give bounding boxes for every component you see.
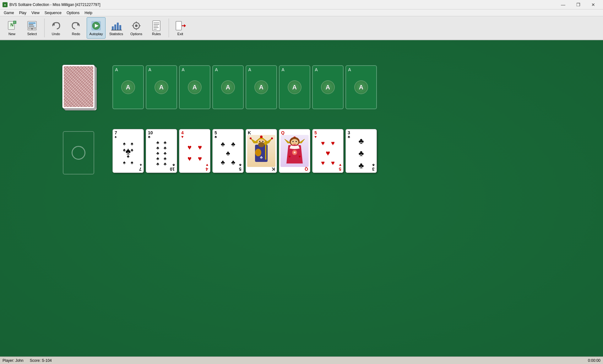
svg-point-39 [271, 137, 273, 139]
foundation-slot-8[interactable]: A A [345, 65, 377, 109]
svg-point-44 [258, 142, 264, 147]
foundation-circle-6: A [288, 80, 302, 94]
restore-button[interactable]: ❐ [571, 0, 585, 9]
svg-point-38 [250, 137, 252, 139]
empty-waste-pile[interactable] [63, 131, 94, 174]
svg-rect-31 [154, 26, 158, 26]
menu-help[interactable]: Help [82, 10, 95, 16]
title-bar: ♠ BVS Solitaire Collection - Miss Millig… [0, 0, 603, 9]
svg-rect-19 [117, 23, 119, 30]
toolbar-autoplay-button[interactable]: Autoplay [87, 17, 106, 39]
foundation-slot-1[interactable]: A A [112, 65, 144, 109]
menu-view[interactable]: View [29, 10, 42, 16]
svg-rect-18 [114, 24, 116, 30]
select-icon: ▼ [26, 20, 38, 31]
toolbar-select-button[interactable]: ▼ Select [23, 17, 41, 39]
svg-text:♣: ♣ [260, 155, 263, 160]
card-3-clubs[interactable]: 3 ♣ 3 ♣ ♣ ♣ ♣ [345, 129, 377, 173]
toolbar: N + New ▼ Select [0, 16, 603, 40]
menu-game[interactable]: Game [1, 10, 17, 16]
toolbar-redo-button[interactable]: Redo [67, 17, 85, 39]
status-score: Score: S-104 [30, 358, 52, 363]
minimize-button[interactable]: — [556, 0, 570, 9]
foundation-rank-8: A [348, 67, 351, 72]
card-queen-hearts[interactable]: Q ♥ Q ♥ [279, 129, 310, 173]
card-10-clubs[interactable]: 10 ♣ 10 ♣ ♣♣ ♣♣ ♣♣ ♣♣ ♣♣ [146, 129, 177, 173]
svg-rect-29 [154, 23, 159, 23]
toolbar-rules-button[interactable]: Rules [147, 17, 166, 39]
svg-rect-24 [136, 21, 137, 23]
foundation-slot-7[interactable]: A A [312, 65, 344, 109]
redo-icon [70, 20, 82, 31]
svg-point-52 [292, 141, 294, 142]
svg-rect-26 [132, 25, 134, 26]
toolbar-autoplay-label: Autoplay [90, 32, 103, 36]
svg-point-53 [296, 141, 297, 142]
empty-circle [72, 146, 85, 160]
toolbar-rules-label: Rules [152, 32, 161, 36]
foundation-rank-7: A [315, 67, 318, 72]
close-button[interactable]: ✕ [586, 0, 600, 9]
foundation-rank-4: A [215, 67, 218, 72]
new-icon: N + [6, 20, 18, 31]
status-left: Player: John Score: S-104 [3, 358, 52, 363]
svg-point-46 [264, 142, 267, 145]
foundation-slot-2[interactable]: A A [146, 65, 177, 109]
toolbar-exit-button[interactable]: Exit [171, 17, 190, 39]
card-7-spades[interactable]: 7 ♠ ♠ 7 ♠ ♠♠ ♠♠ ♠ ♠♠ [112, 129, 144, 173]
foundation-circle-7: A [321, 80, 335, 94]
card-5-hearts[interactable]: 5 ♥ 5 ♥ ♥♥ ♥ ♥♥ [312, 129, 344, 173]
svg-text:❀: ❀ [293, 151, 296, 154]
foundation-slot-6[interactable]: A A [279, 65, 310, 109]
svg-point-23 [135, 24, 138, 27]
svg-text:▼: ▼ [31, 28, 33, 30]
svg-point-42 [259, 141, 260, 142]
stock-pile[interactable] [62, 65, 97, 112]
foundation-rank-6: A [281, 67, 285, 72]
svg-rect-17 [112, 26, 114, 30]
toolbar-options-button[interactable]: Options [127, 17, 146, 39]
toolbar-statistics-label: Statistics [109, 32, 123, 36]
menu-sequence[interactable]: Sequence [42, 10, 64, 16]
menu-play[interactable]: Play [17, 10, 29, 16]
toolbar-undo-label: Undo [52, 32, 60, 36]
toolbar-new-button[interactable]: N + New [3, 17, 21, 39]
toolbar-new-label: New [8, 32, 15, 36]
svg-rect-27 [139, 25, 141, 26]
toolbar-undo-button[interactable]: Undo [46, 17, 65, 39]
toolbar-redo-label: Redo [72, 32, 80, 36]
foundation-slot-4[interactable]: A A [212, 65, 244, 109]
svg-rect-34 [176, 21, 182, 30]
svg-text:N: N [10, 22, 14, 27]
svg-rect-9 [29, 23, 35, 24]
exit-icon [175, 20, 186, 31]
status-player: Player: John [3, 358, 24, 363]
undo-icon [50, 20, 62, 31]
status-time: 0:00:00 [588, 358, 600, 363]
card-king-clubs[interactable]: K ♣ K ♣ [246, 129, 277, 173]
title-bar-left: ♠ BVS Solitaire Collection - Miss Millig… [3, 2, 100, 7]
statistics-icon [111, 20, 122, 31]
svg-point-37 [260, 136, 263, 138]
card-4-hearts[interactable]: 4 ♥ 4 ♥ ♥♥ ♥♥ [179, 129, 210, 173]
svg-rect-32 [154, 27, 159, 28]
rules-icon [151, 20, 162, 31]
svg-point-43 [262, 141, 263, 142]
card-5-clubs[interactable]: 5 ♣ 5 ♣ ♣♣ ♣ ♣♣ [212, 129, 244, 173]
toolbar-separator-2 [168, 19, 169, 37]
toolbar-options-label: Options [130, 32, 142, 36]
toolbar-statistics-button[interactable]: Statistics [107, 17, 126, 39]
foundation-circle-3: A [188, 80, 202, 94]
foundation-slot-3[interactable]: A A [179, 65, 210, 109]
menu-bar: Game Play View Sequence Options Help [0, 9, 603, 16]
toolbar-separator-1 [43, 19, 45, 37]
foundation-slot-5[interactable]: A A [246, 65, 277, 109]
foundation-circle-5: A [254, 80, 268, 94]
svg-rect-33 [154, 29, 157, 29]
options-icon [131, 20, 142, 31]
svg-text:♥: ♥ [298, 154, 301, 159]
menu-options[interactable]: Options [64, 10, 82, 16]
foundation-circle-1: A [121, 80, 135, 94]
svg-rect-30 [154, 24, 159, 25]
foundation-rank-5: A [248, 67, 251, 72]
